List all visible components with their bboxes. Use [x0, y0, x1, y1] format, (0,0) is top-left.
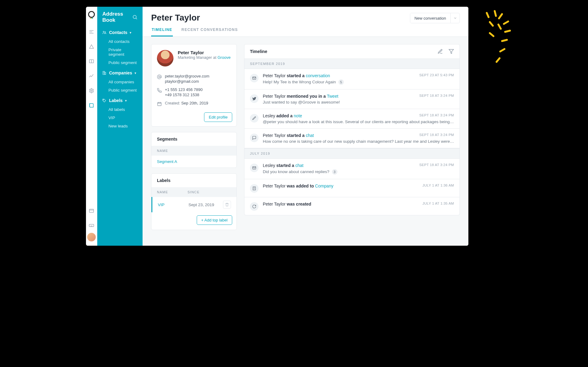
- sidebar-item[interactable]: All companies: [97, 78, 142, 86]
- svg-point-4: [133, 15, 136, 19]
- svg-point-5: [103, 31, 104, 32]
- sidebar-group-labels[interactable]: Labels▾: [97, 96, 142, 105]
- contact-company-link[interactable]: Groove: [218, 55, 231, 60]
- contact-avatar: [157, 50, 173, 66]
- svg-point-9: [103, 100, 104, 100]
- sidebar-item[interactable]: All contacts: [97, 37, 142, 46]
- sidebar-item[interactable]: Public segment: [97, 86, 142, 94]
- page-title: Peter Taylor: [151, 13, 200, 23]
- rail-keyboard-icon[interactable]: [87, 221, 96, 230]
- tab-recent-conversations[interactable]: RECENT CONVERSATIONS: [181, 28, 238, 36]
- labels-card: Labels NAMESINCE VIPSept 23, 2019 + Add …: [151, 173, 237, 230]
- timeline-filter-icon[interactable]: [448, 49, 454, 54]
- icon-rail: [86, 7, 97, 246]
- address-book-sidebar: Address Book Contacts▾All contactsPrivat…: [97, 7, 142, 246]
- segments-card: Segments NAME Segment A: [151, 132, 237, 168]
- timeline-item[interactable]: Peter Taylor started a conversationSEPT …: [244, 69, 460, 89]
- labels-title: Labels: [151, 174, 236, 187]
- tab-timeline[interactable]: TIMELINE: [151, 28, 173, 36]
- timeline-item[interactable]: Peter Taylor started a chatSEPT 18 AT 3:…: [244, 128, 460, 148]
- mail-icon: [250, 74, 259, 82]
- created-row: Created: Sep 20th, 2019: [157, 99, 231, 108]
- phones-row: +1 555 123 456 7890+49 1578 312 1538: [157, 85, 231, 99]
- svg-rect-2: [89, 209, 94, 213]
- sidebar-item[interactable]: VIP: [97, 114, 142, 122]
- timeline-group-header: JULY 2019: [244, 148, 460, 159]
- svg-point-1: [91, 90, 92, 92]
- app-window: Address Book Contacts▾All contactsPrivat…: [86, 7, 468, 246]
- refresh-icon: [250, 202, 259, 211]
- search-icon[interactable]: [132, 14, 138, 20]
- twitter-icon: [250, 94, 259, 103]
- at-icon: [157, 74, 162, 79]
- sidebar-title: Address Book: [102, 11, 132, 23]
- rail-kb-icon[interactable]: [87, 57, 96, 66]
- sidebar-group-contacts[interactable]: Contacts▾: [97, 28, 142, 37]
- svg-point-6: [105, 32, 106, 32]
- contact-role: Marketing Manager at Groove: [178, 55, 231, 60]
- svg-rect-11: [158, 102, 161, 106]
- rail-address-book-icon[interactable]: [87, 101, 96, 110]
- pencil-icon: [250, 114, 259, 123]
- sidebar-item[interactable]: Private segment: [97, 46, 142, 59]
- main-area: Peter Taylor New conversation TIMELINERE…: [143, 7, 468, 246]
- new-conversation-caret[interactable]: [450, 13, 460, 23]
- timeline-column: Timeline SEPTEMBER 2019Peter Taylor star…: [244, 44, 460, 215]
- add-label-button[interactable]: + Add top label: [197, 215, 232, 225]
- edit-profile-button[interactable]: Edit profile: [204, 112, 232, 122]
- current-user-avatar[interactable]: [87, 233, 96, 241]
- groove-logo: [88, 11, 95, 18]
- sidebar-item[interactable]: All labels: [97, 105, 142, 114]
- svg-rect-14: [253, 187, 255, 190]
- segments-title: Segments: [151, 132, 236, 146]
- new-conversation-button[interactable]: New conversation: [410, 13, 450, 23]
- building-icon: [250, 184, 259, 193]
- rail-menu-icon[interactable]: [87, 28, 96, 36]
- rail-settings-icon[interactable]: [87, 86, 96, 95]
- sidebar-item[interactable]: Public segment: [97, 59, 142, 67]
- timeline-item[interactable]: Peter Taylor was createdJULY 1 AT 1:35 A…: [244, 197, 460, 215]
- contact-email: ptaylor@gmail.com: [165, 79, 209, 84]
- timeline-edit-icon[interactable]: [437, 49, 443, 54]
- phone-icon: [157, 88, 162, 93]
- timeline-item[interactable]: Lesley started a chatSEPT 18 AT 3:24 PMD…: [244, 159, 460, 179]
- decorative-sparkles: [481, 7, 517, 74]
- profile-card: Peter Taylor Marketing Manager at Groove…: [151, 44, 237, 127]
- mail-icon: [250, 164, 259, 172]
- svg-rect-3: [89, 224, 94, 227]
- timeline-group-header: SEPTEMBER 2019: [244, 59, 460, 69]
- contact-email: peter.taylor@groove.com: [165, 74, 209, 78]
- label-row[interactable]: VIPSept 23, 2019: [151, 197, 236, 212]
- timeline-item[interactable]: Peter Taylor was added to CompanyJULY 1 …: [244, 179, 460, 197]
- chat-icon: [250, 134, 259, 142]
- rail-reports-icon[interactable]: [87, 72, 96, 80]
- emails-row: peter.taylor@groove.comptaylor@gmail.com: [157, 72, 231, 85]
- timeline-title: Timeline: [250, 49, 267, 54]
- contact-phone: +49 1578 312 1538: [165, 93, 203, 97]
- timeline-item[interactable]: Lesley added a noteSEPT 18 AT 3:24 PM@pe…: [244, 109, 460, 128]
- page-tabs: TIMELINERECENT CONVERSATIONS: [143, 23, 468, 37]
- new-conversation-dropdown: New conversation: [410, 13, 460, 23]
- svg-point-10: [158, 76, 160, 78]
- calendar-icon: [157, 101, 162, 106]
- sidebar-group-companies[interactable]: Companies▾: [97, 68, 142, 78]
- rail-send-icon[interactable]: [87, 42, 96, 51]
- rail-apps-icon[interactable]: [87, 206, 96, 215]
- svg-rect-8: [105, 72, 106, 74]
- contact-name: Peter Taylor: [178, 50, 231, 55]
- timeline-item[interactable]: Peter Taylor mentioned you in a TweetSEP…: [244, 89, 460, 109]
- contact-phone: +1 555 123 456 7890: [165, 87, 203, 92]
- sidebar-item[interactable]: New leads: [97, 122, 142, 130]
- segment-row[interactable]: Segment A: [151, 156, 236, 168]
- delete-label-icon[interactable]: [223, 201, 231, 209]
- sidebar-nav: Contacts▾All contactsPrivate segmentPubl…: [97, 27, 142, 131]
